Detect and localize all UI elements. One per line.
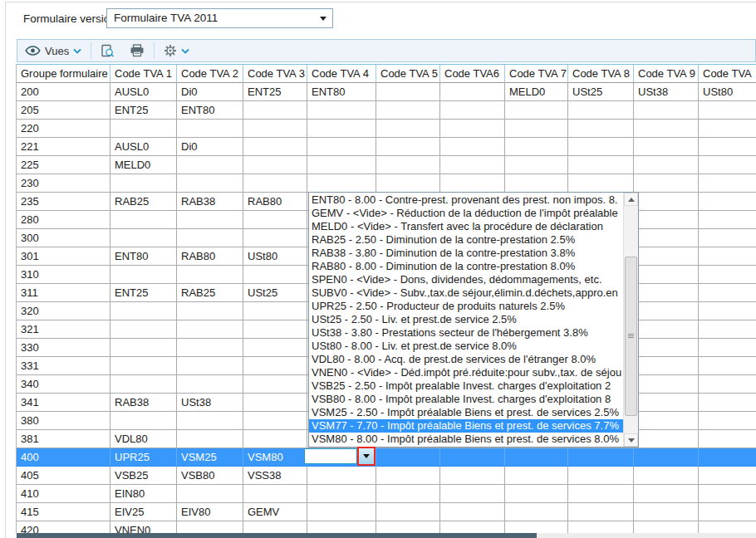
views-button[interactable]: Vues — [17, 40, 89, 61]
code-cell[interactable] — [110, 412, 177, 430]
dropdown-item[interactable]: GEMV - <Vide> - Réduction de la déductio… — [309, 207, 624, 220]
code-cell[interactable] — [243, 229, 307, 247]
dropdown-item[interactable]: USt80 - 8.00 - Liv. et prest.de service … — [309, 340, 624, 353]
code-cell[interactable] — [440, 448, 505, 467]
horizontal-scrollbar[interactable] — [16, 533, 756, 538]
code-cell[interactable] — [634, 247, 699, 266]
code-cell[interactable] — [634, 120, 699, 138]
column-header[interactable]: Code TVA 5 — [376, 65, 440, 83]
group-cell[interactable]: 225 — [17, 156, 110, 174]
code-cell[interactable] — [440, 83, 505, 101]
code-cell[interactable] — [376, 120, 440, 138]
code-cell[interactable]: ENT80 — [110, 247, 177, 266]
code-cell[interactable] — [243, 357, 307, 375]
code-cell[interactable] — [243, 485, 307, 503]
code-cell[interactable] — [110, 320, 177, 339]
horizontal-scrollbar-thumb[interactable] — [17, 533, 537, 538]
code-cell[interactable]: USt80 — [699, 83, 756, 101]
code-cell[interactable] — [243, 174, 307, 193]
code-cell[interactable] — [568, 156, 634, 174]
code-cell[interactable] — [177, 266, 243, 284]
code-cell[interactable]: Di0 — [177, 83, 243, 101]
code-cell[interactable] — [699, 503, 756, 521]
dropdown-item[interactable]: VNEN0 - <Vide> - Déd.impôt pré.réduite:p… — [309, 366, 624, 379]
code-cell[interactable] — [177, 485, 243, 503]
code-cell[interactable] — [243, 302, 307, 320]
scrollbar-thumb[interactable] — [625, 257, 637, 416]
code-cell[interactable] — [699, 302, 756, 320]
code-cell[interactable] — [110, 375, 177, 394]
code-cell[interactable] — [699, 193, 756, 211]
code-cell[interactable] — [634, 448, 699, 467]
code-cell[interactable]: ENT80 — [307, 83, 376, 101]
code-cell[interactable] — [243, 156, 307, 174]
column-header[interactable]: Code TVA 8 — [568, 65, 634, 83]
group-cell[interactable]: 220 — [17, 120, 110, 138]
code-cell[interactable] — [440, 485, 505, 503]
code-cell[interactable] — [699, 138, 756, 156]
code-cell[interactable]: USt80 — [243, 247, 307, 266]
code-cell[interactable] — [505, 485, 568, 503]
form-version-combobox[interactable]: Formulaire TVA 2011 — [106, 8, 333, 28]
code-cell[interactable] — [699, 211, 756, 229]
group-cell[interactable]: 340 — [17, 375, 110, 394]
code-cell[interactable] — [699, 174, 756, 193]
cell-editor-dropdown-button-annotation[interactable] — [357, 447, 376, 466]
code-cell[interactable] — [634, 503, 699, 521]
dropdown-item[interactable]: VSB80 - 8.00 - Impôt prealable Invest. c… — [309, 393, 624, 406]
code-cell[interactable]: USt25 — [568, 83, 634, 101]
group-cell[interactable]: 331 — [17, 357, 110, 375]
code-cell[interactable] — [307, 174, 376, 193]
code-cell[interactable] — [568, 467, 634, 485]
code-cell[interactable] — [505, 101, 568, 120]
code-cell[interactable] — [307, 101, 376, 120]
column-header[interactable]: Code TVA — [699, 65, 756, 83]
code-cell[interactable] — [699, 320, 756, 339]
group-cell[interactable]: 321 — [17, 320, 110, 339]
group-cell[interactable]: 235 — [17, 193, 110, 211]
group-cell[interactable]: 341 — [17, 394, 110, 412]
code-cell[interactable] — [376, 156, 440, 174]
column-header[interactable]: Code TVA 3 — [243, 65, 307, 83]
table-row[interactable]: 410EIN80 — [17, 485, 756, 503]
code-cell[interactable] — [177, 120, 243, 138]
code-cell[interactable]: ENT25 — [110, 101, 177, 120]
code-cell[interactable]: Di0 — [177, 138, 243, 156]
code-cell[interactable] — [376, 467, 440, 485]
code-cell[interactable]: VSM80 — [243, 448, 307, 467]
group-cell[interactable]: 415 — [17, 503, 110, 521]
scroll-down-button[interactable] — [624, 433, 638, 447]
code-cell[interactable] — [110, 229, 177, 247]
code-cell[interactable] — [568, 120, 634, 138]
code-cell[interactable] — [243, 101, 307, 120]
code-cell[interactable] — [440, 120, 505, 138]
code-cell[interactable] — [634, 193, 699, 211]
code-cell[interactable] — [634, 101, 699, 120]
dropdown-item[interactable]: RAB80 - 8.00 - Diminution de la contre-p… — [309, 260, 624, 273]
code-cell[interactable] — [440, 138, 505, 156]
code-cell[interactable] — [634, 357, 699, 375]
group-cell[interactable]: 320 — [17, 302, 110, 320]
dropdown-item[interactable]: VSM25 - 2.50 - Impôt préalable Biens et … — [309, 406, 624, 419]
group-cell[interactable]: 400 — [17, 448, 110, 467]
code-cell[interactable] — [568, 448, 634, 467]
code-cell[interactable]: RAB38 — [110, 394, 177, 412]
group-cell[interactable]: 310 — [17, 266, 110, 284]
code-cell[interactable] — [376, 503, 440, 521]
code-cell[interactable] — [699, 156, 756, 174]
table-row[interactable]: 405VSB25VSB80VSS38 — [17, 467, 756, 485]
code-cell[interactable] — [243, 339, 307, 357]
code-cell[interactable] — [634, 430, 699, 448]
group-cell[interactable]: 381 — [17, 430, 110, 448]
column-header[interactable]: Code TVA 7 — [505, 65, 568, 83]
code-cell[interactable] — [243, 120, 307, 138]
dropdown-item[interactable]: RAB25 - 2.50 - Diminution de la contre-p… — [309, 233, 624, 247]
group-cell[interactable]: 380 — [17, 412, 110, 430]
code-cell[interactable] — [376, 83, 440, 101]
code-cell[interactable] — [110, 120, 177, 138]
code-cell[interactable]: UPR25 — [110, 448, 177, 467]
code-cell[interactable] — [505, 120, 568, 138]
code-cell[interactable] — [634, 174, 699, 193]
code-cell[interactable]: ENT25 — [110, 284, 177, 302]
code-cell[interactable] — [505, 467, 568, 485]
